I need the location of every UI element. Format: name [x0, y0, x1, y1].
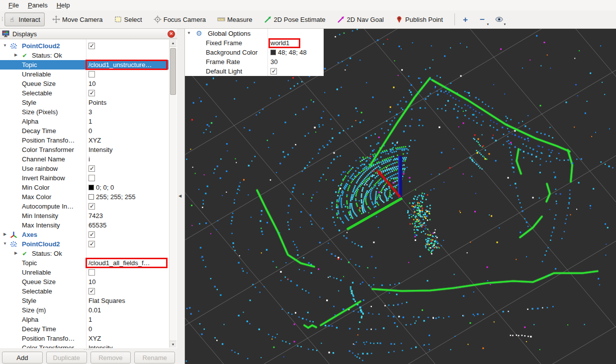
property-value[interactable]: Points [88, 99, 106, 106]
property-value[interactable]: 1 [88, 118, 92, 125]
add-tool-button[interactable]: + [459, 13, 472, 26]
property-row[interactable]: Unreliable [0, 70, 169, 79]
scroll-down-icon[interactable]: ▼ [170, 341, 176, 348]
status-row[interactable]: ▶✔Status: Ok [0, 51, 169, 60]
remove-tool-button[interactable]: −▾ [476, 13, 489, 26]
property-value[interactable]: 1 [88, 316, 92, 323]
property-row[interactable]: Max Color255; 255; 255 [0, 192, 169, 202]
scrollbar-thumb[interactable] [170, 48, 176, 95]
property-value[interactable]: 10 [88, 80, 95, 87]
property-row[interactable]: Frame Rate30 [185, 57, 324, 67]
property-row[interactable]: Alpha1 [0, 315, 169, 324]
property-row[interactable]: Size (Pixels)3 [0, 107, 169, 117]
property-row[interactable]: Min Color0; 0; 0 [0, 183, 169, 192]
property-row[interactable]: StylePoints [0, 98, 169, 107]
property-row[interactable]: Position Transfo…XYZ [0, 136, 169, 145]
remove-button[interactable]: Remove [90, 352, 131, 364]
property-value[interactable]: XYZ [88, 137, 101, 144]
display-group-row[interactable]: ▶Axes [0, 230, 169, 239]
checkbox-unchecked[interactable] [88, 71, 95, 77]
close-icon[interactable]: ✕ [168, 30, 175, 38]
display-group-row[interactable]: ▼⚙Global Options [185, 29, 324, 38]
tool-2d-nav-goal[interactable]: 2D Nav Goal [333, 12, 388, 26]
tool-interact[interactable]: ☝Interact [4, 12, 45, 26]
add-button[interactable]: Add [2, 352, 43, 364]
tool-move-camera[interactable]: Move Camera [48, 12, 107, 26]
property-row[interactable]: Invert Rainbow [0, 173, 169, 183]
expander-right-icon[interactable]: ▶ [13, 53, 19, 57]
property-row[interactable]: Default Light [185, 67, 324, 76]
property-value[interactable]: 30 [270, 58, 277, 66]
expander-right-icon[interactable]: ▶ [2, 232, 8, 236]
tool-publish-point[interactable]: Publish Point [391, 12, 447, 26]
checkbox-unchecked[interactable] [88, 175, 95, 181]
scroll-up-icon[interactable]: ▲ [170, 40, 176, 47]
property-row[interactable]: Size (m)0.01 [0, 305, 169, 315]
property-value[interactable]: 7423 [88, 212, 103, 219]
tool-measure[interactable]: Measure [213, 12, 257, 26]
property-row[interactable]: Selectable [0, 88, 169, 98]
property-row[interactable]: Queue Size10 [0, 277, 169, 287]
render-canvas[interactable] [185, 29, 616, 364]
duplicate-button[interactable]: Duplicate [46, 352, 87, 364]
property-row[interactable]: Background Color48; 48; 48 [185, 48, 324, 57]
property-row[interactable]: Color TransformerIntensity [0, 145, 169, 154]
tool-2d-pose-estimate[interactable]: 2D Pose Estimate [260, 12, 330, 26]
expander-down-icon[interactable]: ▼ [187, 31, 191, 35]
property-row[interactable]: Topic/cloud1_all_fields_f… [0, 258, 169, 268]
property-row[interactable]: Topic/cloud1_unstructure… [0, 60, 169, 70]
visibility-button[interactable]: ▾ [493, 13, 506, 26]
menu-file[interactable]: File [4, 0, 23, 10]
property-value[interactable]: 10 [88, 278, 95, 286]
collapse-arrow-icon[interactable]: ◀ [178, 194, 181, 198]
rename-button[interactable]: Rename [134, 352, 175, 364]
property-row[interactable]: Position Transfo…XYZ [0, 334, 169, 343]
property-row[interactable]: Min Intensity7423 [0, 211, 169, 220]
property-value[interactable]: /cloud1_all_fields_f… [88, 259, 150, 267]
property-value[interactable]: /cloud1_unstructure… [88, 61, 152, 69]
checkbox-checked[interactable] [88, 165, 95, 172]
expander-right-icon[interactable]: ▶ [13, 251, 19, 255]
vertical-splitter[interactable]: ◀ [177, 29, 185, 364]
property-value[interactable]: 255; 255; 255 [88, 193, 136, 201]
property-value[interactable]: XYZ [88, 335, 101, 342]
toolbar-grip[interactable]: ⁞⁞ [1, 17, 2, 21]
property-value[interactable]: 3 [88, 108, 92, 116]
property-row[interactable]: Channel Namei [0, 154, 169, 164]
checkbox-unchecked[interactable] [88, 269, 95, 276]
displays-panel-header[interactable]: Displays ✕ [0, 29, 177, 39]
property-row[interactable]: StyleFlat Squares [0, 296, 169, 305]
checkbox-checked[interactable] [88, 203, 95, 210]
property-value[interactable]: Intensity [88, 146, 112, 153]
property-value[interactable]: 0.01 [88, 306, 101, 314]
menu-panels[interactable]: Panels [23, 0, 52, 10]
property-row[interactable]: Alpha1 [0, 117, 169, 126]
display-group-row[interactable]: ▼PointCloud2 [0, 41, 169, 51]
property-value[interactable]: 0 [88, 325, 92, 333]
menu-help[interactable]: Help [52, 0, 75, 10]
tool-focus-camera[interactable]: Focus Camera [150, 12, 210, 26]
checkbox-checked[interactable] [88, 90, 95, 96]
property-row[interactable]: Max Intensity65535 [0, 220, 169, 230]
property-row[interactable]: Selectable [0, 287, 169, 296]
checkbox-checked[interactable] [270, 68, 277, 74]
property-value[interactable]: Flat Squares [88, 297, 125, 304]
scrollbar[interactable]: ▲ ▼ [169, 40, 176, 348]
property-row[interactable]: Queue Size10 [0, 79, 169, 88]
display-group-row[interactable]: ▼PointCloud2 [0, 239, 169, 249]
property-value[interactable]: 48; 48; 48 [270, 49, 307, 56]
expander-down-icon[interactable]: ▼ [2, 241, 8, 246]
property-value[interactable]: 0; 0; 0 [88, 184, 114, 191]
property-row[interactable]: Autocompute In… [0, 202, 169, 211]
property-row[interactable]: Unreliable [0, 268, 169, 277]
property-value[interactable]: 0 [88, 127, 92, 135]
status-row[interactable]: ▶✔Status: Ok [0, 249, 169, 258]
checkbox-checked[interactable] [88, 43, 95, 49]
checkbox-checked[interactable] [88, 288, 95, 294]
expander-down-icon[interactable]: ▼ [2, 43, 8, 48]
property-row[interactable]: Decay Time0 [0, 126, 169, 136]
property-value[interactable]: i [88, 155, 90, 163]
property-row[interactable]: Fixed Frameworld1 [185, 38, 324, 48]
checkbox-checked[interactable] [88, 231, 95, 238]
tool-select[interactable]: Select [110, 12, 146, 26]
